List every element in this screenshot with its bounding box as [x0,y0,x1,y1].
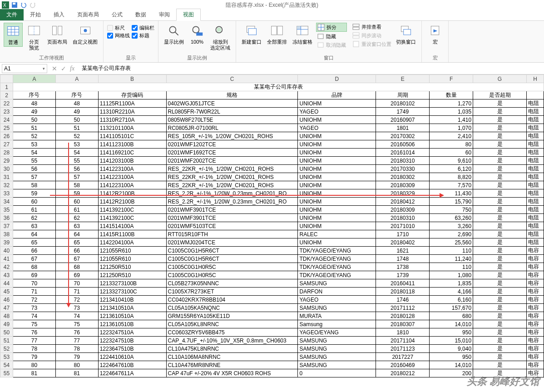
cell[interactable]: 68 [13,263,55,271]
cell[interactable]: 电容 [526,263,544,271]
cell[interactable]: UNIOHM [298,181,376,189]
row-header[interactable]: 50 [0,328,13,337]
cell[interactable]: 电阻 [526,214,544,222]
cell[interactable]: 1810 [376,328,430,337]
cell[interactable]: 57 [13,173,55,181]
cell[interactable]: 是 [473,312,527,320]
cell[interactable]: 1748 [376,255,430,263]
cell[interactable]: 81 [13,369,55,377]
row-header[interactable]: 24 [0,116,13,124]
cell[interactable]: 77 [13,337,55,345]
cell[interactable]: 是 [473,247,527,255]
cell[interactable]: 57 [55,173,98,181]
cell[interactable]: 61 [13,206,55,214]
cell[interactable]: 20180329 [376,189,430,198]
cell[interactable]: 电容 [526,328,544,337]
cell[interactable]: 1223247510A [98,328,166,337]
cell[interactable]: 电阻 [526,149,544,157]
cell[interactable]: 电容 [526,247,544,255]
cell[interactable]: 0201WMF3901TCE [166,206,298,214]
row-header[interactable]: 44 [0,279,13,288]
cell[interactable]: 11125R1100A [98,99,166,108]
cell[interactable]: 51 [55,124,98,132]
cell[interactable]: 12133273100B [98,279,166,288]
cell[interactable]: 72 [55,296,98,304]
cell[interactable]: CL10A106MA8NRNC [166,353,298,361]
cell[interactable]: 电容 [526,304,544,312]
cell[interactable]: 73 [13,304,55,312]
cell[interactable]: 76 [13,328,55,337]
cell[interactable]: RES_2.2R_+/-1%_1/20W_0.23mm_CH0201_RO [166,189,298,198]
cell[interactable]: C1005C0G1H0R5C [166,271,298,279]
row-header[interactable]: 31 [0,173,13,181]
cell[interactable]: 157,670 [430,304,473,312]
cell[interactable]: 20180128 [376,312,430,320]
cell[interactable]: 59 [13,189,55,198]
cell[interactable]: CL10A476MR8NRNE [166,361,298,369]
cell[interactable]: 0201WMF2002TCE [166,157,298,165]
row-header[interactable]: 30 [0,165,13,173]
cell[interactable]: 1738 [376,263,430,271]
cell[interactable]: 12133273100C [98,288,166,296]
btn-zoom[interactable]: 显示比例 [162,23,186,46]
cell[interactable]: 63 [13,222,55,230]
cell[interactable]: 950 [430,328,473,337]
cell[interactable]: 53 [13,140,55,149]
cell[interactable]: TDK/YAGEO/EYANG [298,247,376,255]
cell[interactable]: 电阻 [526,132,544,140]
cell[interactable]: UNIOHM [298,132,376,140]
cell[interactable]: 48 [55,99,98,108]
cell[interactable]: 1141123100B [98,140,166,149]
cell[interactable]: 1213410510A [98,304,166,312]
cell[interactable]: 14,010 [430,320,473,328]
cell[interactable]: 2,690 [430,230,473,238]
cell[interactable]: RES_22KR_+/-1%_1/20W_CH0201_ROHS [166,181,298,189]
cell[interactable]: 20180309 [376,206,430,214]
row-header[interactable]: 23 [0,108,13,116]
cell[interactable]: 121250R510 [98,263,166,271]
row-header[interactable]: 25 [0,124,13,132]
cell[interactable]: 电容 [526,279,544,288]
cell[interactable]: 电阻 [526,108,544,116]
tab-file[interactable]: 文件 [0,9,24,20]
cell[interactable]: 0402WGJ051JTCE [166,99,298,108]
cell[interactable]: UNIOHM [298,140,376,149]
cell[interactable]: 20180307 [376,320,430,328]
cell[interactable]: CAP_4.7UF_+/-10%_10V_X5R_0.8mm_CH0603 [166,337,298,345]
cell[interactable]: 20180412 [376,198,430,206]
cell[interactable]: 是 [473,263,527,271]
cell[interactable]: 75 [13,320,55,328]
cell[interactable]: 是 [473,353,527,361]
btn-freeze-panes[interactable]: 冻结窗格 [291,23,314,46]
cell[interactable]: 1213610510A [98,312,166,320]
cell[interactable]: 55 [55,157,98,165]
cell[interactable]: 110 [430,247,473,255]
cell[interactable]: 20171123 [376,345,430,353]
cell[interactable]: 1,070 [430,124,473,132]
cell[interactable]: 4,166 [430,288,473,296]
cell[interactable]: 1801 [376,124,430,132]
cell[interactable]: RL0805FR-7W0R22L [166,108,298,116]
cell[interactable]: 49 [13,108,55,116]
cell[interactable]: 11,240 [430,255,473,263]
cell[interactable]: 1749 [376,108,430,116]
cell[interactable]: 1224647610B [98,361,166,369]
cell[interactable]: CL05A105KL8NRNC [166,320,298,328]
cell[interactable]: 71 [55,288,98,296]
cell[interactable]: 电阻 [526,99,544,108]
row-header[interactable]: 55 [0,369,13,377]
cell[interactable]: 60 [430,149,473,157]
cell[interactable]: 52 [55,132,98,140]
cell[interactable]: 54 [55,149,98,157]
cell[interactable]: 1,410 [430,116,473,124]
cell[interactable]: 950 [430,353,473,361]
chk-formulabar[interactable]: 编辑栏 [132,25,154,31]
cell[interactable]: 67 [13,255,55,263]
cell[interactable]: 是 [473,288,527,296]
cell[interactable]: 电阻 [526,238,544,247]
cell[interactable]: 6,120 [430,165,473,173]
cell[interactable]: 是 [473,214,527,222]
cell[interactable]: 15,790 [430,198,473,206]
cell[interactable]: 8,820 [430,173,473,181]
cell[interactable]: 是 [473,165,527,173]
